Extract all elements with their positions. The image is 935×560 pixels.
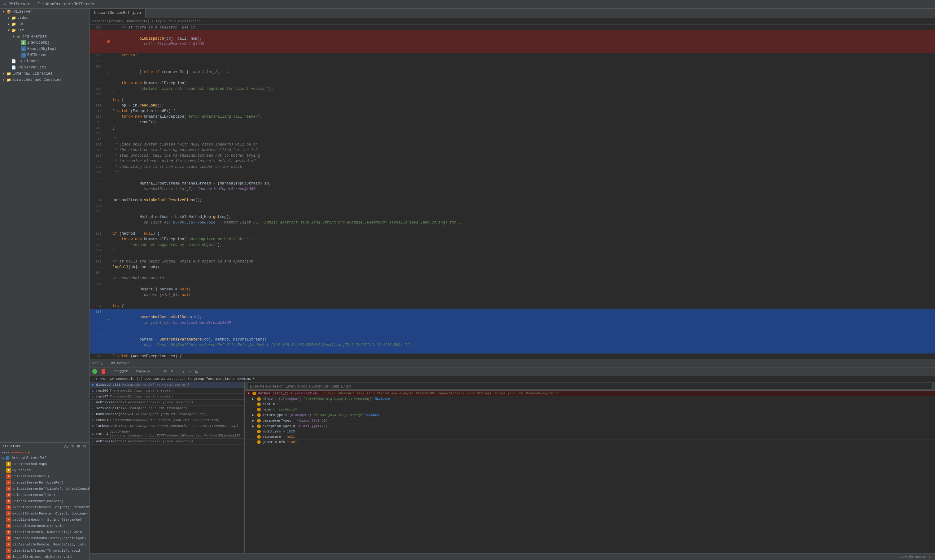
line-num: 325	[90, 203, 105, 209]
structure-item-hashmaps[interactable]: f HashToMethod_Maps	[0, 461, 89, 467]
line-gutter	[105, 80, 111, 86]
variables-panel: ▼ method (slot_8) = [Method@146] "public…	[245, 382, 935, 553]
structure-item-export1[interactable]: m exportObject(Remote, Object): RemoteSt…	[0, 504, 89, 511]
frame-item-7[interactable]: ◻ lambdaRun$0:688 TCPTransport$Connectio…	[90, 423, 244, 429]
structure-item-ctor5[interactable]: m UnicastServerRef(boolean)	[0, 498, 89, 504]
var-dot	[257, 435, 261, 438]
frame-item-9[interactable]: ◻ doPrivileged:-1 AccessController (java…	[90, 438, 244, 445]
var-item-genericinfo[interactable]: genericInfo = null	[245, 440, 935, 445]
frame-item-4[interactable]: ◻ serviceCall:196 Transport (sun.rmi.tra…	[90, 406, 244, 411]
var-item-exctypes[interactable]: ▶ exceptionTypes = {Class[]}@1421}	[245, 423, 935, 429]
sidebar-item-src[interactable]: ▼ 📂 src	[0, 27, 89, 34]
sidebar-item-iremoteobj[interactable]: I IRemoteObj	[0, 40, 89, 46]
structure-item-setskeleton[interactable]: m setSkeleton(Remote): void	[0, 523, 89, 529]
line-content: try {	[111, 303, 935, 309]
navigate-link[interactable]: Navigate	[375, 397, 390, 401]
ctor-icon: m	[6, 499, 11, 504]
line-num: 320	[90, 158, 105, 164]
step-over-btn[interactable]: ↷	[170, 369, 174, 374]
frame-item-2[interactable]: ◻ run197 Transport$1 (sun.rmi.transport)	[90, 394, 244, 400]
frame-item-1[interactable]: ◻ run200 Transport$1 (sun.rmi.transport)	[90, 388, 244, 394]
sort-btn[interactable]: ⇅	[70, 444, 75, 449]
structure-item-ctor3[interactable]: m UnicastServerRef(LiveRef, ObjectInputF…	[0, 486, 89, 492]
sidebar-item-extlibs[interactable]: ▶ 📁 External Libraries	[0, 71, 89, 77]
sidebar-item-rmiserver-class[interactable]: C RMIServer	[0, 52, 89, 58]
sidebar-label: org.example	[22, 34, 47, 39]
frame-class: TCPTransport (sun.rmi.transport.tcp)	[134, 412, 208, 416]
run-to-cursor-btn[interactable]: →	[187, 369, 193, 374]
var-ref: {Class[]}@1421}	[297, 425, 328, 428]
sidebar-item-out[interactable]: ▶ 📁 out	[0, 21, 89, 27]
sidebar-item-scratches[interactable]: ▶ 📁 Scratches and Consoles	[0, 77, 89, 83]
sidebar-item-rmiserver[interactable]: ▼ 📦 RMIServer	[0, 9, 89, 15]
code-line-324: 324 marshalStream.skipDefaultResolveClas…	[90, 197, 935, 203]
line-content: throw new UnmarshalException("unrecogniz…	[111, 237, 935, 242]
frame-item-3[interactable]: ◻ doPrivileged:-1 AccessController (java…	[90, 400, 244, 406]
structure-item-label: oldDispatch(Remote, RemoteCall, int): vo…	[12, 543, 89, 546]
structure-item-getclienthost[interactable]: m getClientHost(): String [ServerRef	[0, 517, 89, 523]
thread-item-main[interactable]: ◇ ▶ RMI TCP Connection(2)-192.168.31.21.…	[90, 375, 935, 382]
navigate-link2[interactable]: Navigate	[365, 413, 380, 417]
frame-item-6[interactable]: ◻ run834 TCPTransport$ConnectionHandler …	[90, 417, 244, 423]
code-line-339: 339 params = unmarshalParameters(obj, me…	[90, 331, 935, 354]
frame-item-0[interactable]: ▶ dispatch:338 UnicastServerRef (sun.rmi…	[90, 382, 244, 388]
expand-all-btn[interactable]: ⊞	[76, 444, 81, 449]
step-out-btn[interactable]: ↑	[182, 369, 185, 374]
structure-item-ctor2[interactable]: m UnicastServerRef(LiveRef)	[0, 480, 89, 486]
var-item-slot[interactable]: slot = 0	[245, 402, 935, 407]
field-icon: f	[6, 468, 11, 473]
code-editor[interactable]: 301 // if there is a skeleton, use it 30…	[90, 25, 935, 359]
structure-item-olddispatch[interactable]: m oldDispatch(Remote, RemoteCall, int): …	[0, 542, 89, 548]
frame-item-8[interactable]: ◻ run:-1 2127248554 (sun.rmi.transport.t…	[90, 429, 244, 438]
var-item-signature[interactable]: signature = null	[245, 434, 935, 440]
package-icon: ▣	[16, 34, 21, 39]
sidebar-item-gitignore[interactable]: 📄 .gitignore	[0, 58, 89, 65]
resume-btn[interactable]	[92, 369, 97, 374]
structure-item-unmarshal[interactable]: m unmarshalCustomCallData(ObjectInput): …	[0, 535, 89, 542]
editor-tab-unicastserverref[interactable]: UnicastServerRef.java	[90, 9, 146, 18]
tab-console[interactable]: Console	[133, 369, 153, 374]
watch-input[interactable]	[247, 383, 932, 390]
sidebar-label: Scratches and Consoles	[12, 78, 61, 82]
frame-method: run:-1	[96, 432, 108, 435]
bottom-panel: Debugger Console | ⚙ ↷ ↓ ↑ → fx ◇ ▶	[90, 368, 935, 553]
var-item-method[interactable]: ▼ method (slot_8) = [Method@146] "public…	[245, 391, 935, 396]
settings-debug-btn[interactable]: ⚙	[163, 369, 168, 374]
line-content: try {	[111, 97, 935, 103]
settings-btn[interactable]: ⚙	[82, 444, 87, 449]
sidebar-item-idea[interactable]: ▶ 📁 .idea	[0, 15, 89, 21]
stop-btn[interactable]	[102, 369, 105, 374]
structure-item-mychecker[interactable]: f MyChecker	[0, 467, 89, 473]
code-line-315: 315	[90, 131, 935, 136]
step-into-btn[interactable]: ↓	[176, 369, 180, 374]
frame-item-5[interactable]: ◻ handleMessages:573 TCPTransport (sun.r…	[90, 411, 244, 417]
line-num: 339	[90, 331, 105, 354]
var-type-value: "public abstract java.lang.String org.ex…	[322, 392, 559, 395]
var-item-name[interactable]: name = "sayHello"	[245, 407, 935, 412]
structure-item-ctor1[interactable]: m UnicastServerRef()	[0, 473, 89, 480]
tab-debugger[interactable]: Debugger	[108, 369, 131, 374]
sidebar-item-remoteobjimpl[interactable]: C RemoteObjImpl	[0, 46, 89, 52]
code-line-305: 305 ◇ } else if (num >= 0) { num (slot_3…	[90, 64, 935, 80]
var-item-returntype[interactable]: ▶ returnType = {Class@357} "class java.l…	[245, 412, 935, 418]
folder-icon: 📁	[11, 22, 16, 27]
sidebar-item-iml[interactable]: 📄 RMIServer.iml	[0, 65, 89, 71]
sidebar-item-org-example[interactable]: ▼ ▣ org.example	[0, 34, 89, 40]
var-item-clazz[interactable]: ▶ clazz = {Class@507} "interface org.exa…	[245, 396, 935, 402]
sidebar-label: External Libraries	[12, 71, 52, 76]
sort-alpha-btn[interactable]: A↓	[63, 444, 69, 449]
line-gutter	[105, 242, 111, 248]
structure-item-export2[interactable]: m exportObject(Remote, Object, boolean):…	[0, 511, 89, 517]
structure-item-clearstack[interactable]: m clearStackTraces(Throwable): void	[0, 548, 89, 554]
structure-item-logcall[interactable]: m logCall(Object, Object): void	[0, 554, 89, 560]
structure-item-dispatch[interactable]: m dispatch(Remote, RemoteCall): void	[0, 529, 89, 535]
structure-item-ctor4[interactable]: m UnicastServerRef(int)	[0, 492, 89, 498]
line-num: 305	[90, 64, 105, 80]
frame-method: handleMessages:573	[96, 412, 133, 416]
var-item-modifiers[interactable]: modifiers = 1025	[245, 429, 935, 434]
structure-class-ref[interactable]: ▶ C UnicastServerRef	[0, 455, 89, 461]
structure-panel: Structure A↓ ⇅ ⊞ ⚙ ●●●● ●●●●●●● ● ●	[0, 442, 89, 560]
sidebar-label: .idea	[17, 16, 28, 20]
eval-expr-btn[interactable]: fx	[194, 369, 199, 374]
var-item-paramtypes[interactable]: ▶ parameterTypes = {Class[]}@1420}	[245, 418, 935, 423]
